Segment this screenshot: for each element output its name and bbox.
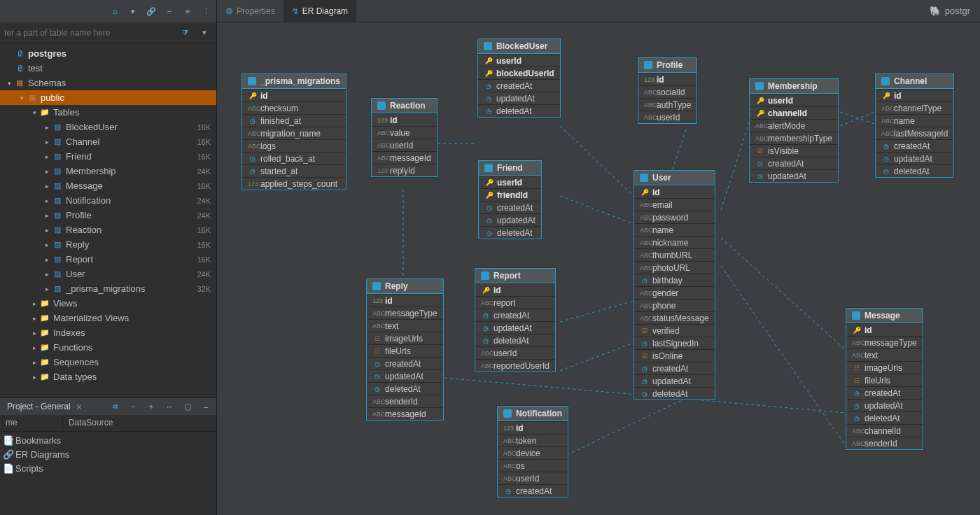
column-row[interactable]: ◷createdAt — [634, 362, 715, 374]
proj-link-icon[interactable]: ↔ — [162, 399, 177, 414]
column-row[interactable]: ☑isVisible — [750, 144, 838, 157]
column-row[interactable]: ABCmembershipType — [750, 132, 838, 144]
tree-row-blockeduser[interactable]: ▸▥BlockedUser16K — [0, 120, 216, 134]
proj-refresh-icon[interactable]: ✲ — [107, 399, 122, 414]
entity-_prisma_migrations[interactable]: _prisma_migrations🔑idABCchecksum◷finishe… — [241, 73, 346, 190]
entity-friend[interactable]: Friend🔑userId🔑friendId◷createdAt◷updated… — [478, 160, 542, 239]
column-row[interactable]: ◷deletedAt — [367, 382, 443, 395]
entity-message[interactable]: Message🔑idABCmessageTypeABCtext☷imageUrl… — [846, 308, 923, 450]
column-row[interactable]: 123id — [638, 73, 696, 85]
column-row[interactable]: ABCuserId — [475, 346, 555, 359]
tree-arrow-icon[interactable]: ▸ — [42, 168, 52, 175]
entity-header[interactable]: Notification — [498, 407, 568, 421]
column-row[interactable]: ABCpassword — [634, 211, 715, 223]
column-row[interactable]: ABCchannelId — [846, 424, 923, 437]
column-row[interactable]: ABCuserId — [638, 111, 696, 123]
column-row[interactable]: 123id — [372, 113, 437, 126]
entity-membership[interactable]: Membership🔑userId🔑channelIdABCalertModeA… — [749, 78, 839, 183]
tree-row-public[interactable]: ▾▦public — [0, 90, 216, 105]
column-row[interactable]: ABCthumbURL — [634, 248, 715, 261]
entity-header[interactable]: Friend — [479, 161, 541, 176]
expand-icon[interactable]: ≡ — [180, 3, 195, 19]
column-row[interactable]: ◷createdAt — [478, 79, 560, 92]
column-row[interactable]: ABCmessageType — [367, 306, 443, 319]
entity-reply[interactable]: Reply123idABCmessageTypeABCtext☷imageUrl… — [366, 278, 444, 421]
column-row[interactable]: ☷imageUrls — [367, 332, 443, 344]
new-connection-icon[interactable]: ⌂ — [107, 3, 122, 19]
project-tab-close-icon[interactable]: ⨯ — [76, 402, 83, 411]
column-row[interactable]: ABCalertMode — [750, 119, 838, 132]
column-row[interactable]: ◷started_at — [242, 164, 346, 177]
column-row[interactable]: ☑isOnline — [634, 349, 715, 362]
column-row[interactable]: ◷updatedAt — [846, 399, 923, 411]
entity-header[interactable]: BlockedUser — [478, 39, 560, 54]
column-row[interactable]: ◷rolled_back_at — [242, 152, 346, 164]
entity-header[interactable]: Reaction — [372, 99, 437, 113]
tree-arrow-icon[interactable]: ▸ — [42, 212, 52, 219]
tree-row-schemas[interactable]: ▾▦Schemas — [0, 76, 216, 90]
entity-profile[interactable]: Profile123idABCsocialIdABCauthTypeABCuse… — [638, 57, 697, 124]
tree-row-message[interactable]: ▸▥Message16K — [0, 178, 216, 193]
tree-row-profile[interactable]: ▸▥Profile24K — [0, 208, 216, 223]
entity-channel[interactable]: Channel🔑idABCchannelTypeABCnameABClastMe… — [875, 73, 954, 178]
column-row[interactable]: ABCemail — [634, 198, 715, 211]
column-row[interactable]: ABCauthType — [638, 98, 696, 111]
tree-row-views[interactable]: ▸📁Views — [0, 296, 216, 311]
column-row[interactable]: 🔑userId — [750, 94, 838, 106]
entity-header[interactable]: Report — [475, 269, 555, 283]
link-icon[interactable]: 🔗 — [144, 3, 159, 19]
column-row[interactable]: ◷deletedAt — [475, 334, 555, 346]
filter-funnel-icon[interactable]: ⧩ — [177, 25, 192, 41]
tree-arrow-icon[interactable]: ▾ — [17, 94, 27, 101]
tree-row-indexes[interactable]: ▸📁Indexes — [0, 325, 216, 340]
column-row[interactable]: ABCmessageId — [372, 151, 437, 164]
tree-arrow-icon[interactable]: ▸ — [42, 227, 52, 234]
column-row[interactable]: ABCmigration_name — [242, 127, 346, 139]
tab-er-diagram[interactable]: ↯ER Diagram — [284, 0, 356, 22]
column-row[interactable]: ◷createdAt — [367, 357, 443, 369]
column-row[interactable]: ABCtext — [846, 348, 923, 361]
column-row[interactable]: 🔑id — [846, 323, 923, 336]
entity-reaction[interactable]: Reaction123idABCvalueABCuserIdABCmessage… — [371, 98, 438, 177]
column-row[interactable]: ◷createdAt — [479, 201, 541, 213]
column-row[interactable]: ◷deletedAt — [479, 226, 541, 239]
dropdown-icon[interactable]: ▾ — [125, 3, 141, 19]
column-row[interactable]: ◷updatedAt — [479, 213, 541, 226]
column-row[interactable]: ☷imageUrls — [846, 361, 923, 374]
column-row[interactable]: 🔑userId — [479, 176, 541, 188]
tree-row-membership[interactable]: ▸▥Membership24K — [0, 164, 216, 178]
column-row[interactable]: 🔑blockedUserId — [478, 66, 560, 79]
column-row[interactable]: ABCname — [876, 114, 953, 127]
column-row[interactable]: ABCreport — [475, 296, 555, 309]
entity-header[interactable]: Channel — [876, 74, 953, 89]
column-row[interactable]: ABCtext — [367, 319, 443, 332]
tree-arrow-icon[interactable]: ▸ — [29, 315, 39, 322]
entity-header[interactable]: Profile — [638, 58, 696, 73]
column-row[interactable]: ◷updatedAt — [478, 92, 560, 104]
column-row[interactable]: ABCtoken — [498, 434, 568, 446]
entity-report[interactable]: Report🔑idABCreport◷createdAt◷updatedAt◷d… — [475, 268, 556, 372]
column-row[interactable]: ABCphotoURL — [634, 261, 715, 274]
proj-win-icon[interactable]: ▢ — [180, 399, 195, 414]
tree-arrow-icon[interactable]: ▸ — [29, 300, 39, 307]
column-row[interactable]: ◷updatedAt — [750, 169, 838, 182]
tree-arrow-icon[interactable]: ▸ — [42, 285, 52, 292]
column-row[interactable]: ◷deletedAt — [876, 164, 953, 177]
column-row[interactable]: 🔑userId — [478, 54, 560, 66]
column-row[interactable]: ABCuserId — [372, 139, 437, 151]
tree-arrow-icon[interactable]: ▸ — [42, 124, 52, 131]
column-row[interactable]: ABCos — [498, 459, 568, 472]
column-row[interactable]: ◷updatedAt — [475, 321, 555, 334]
tree-arrow-icon[interactable]: ▸ — [42, 153, 52, 160]
tree-row-_prisma_migrations[interactable]: ▸▥_prisma_migrations32K — [0, 281, 216, 296]
column-row[interactable]: ◷deletedAt — [846, 411, 923, 424]
tab-properties[interactable]: ⚙Properties — [217, 0, 284, 22]
project-item-scripts[interactable]: 📄Scripts — [0, 461, 216, 475]
column-row[interactable]: 🔑id — [475, 283, 555, 296]
column-row[interactable]: ABCchecksum — [242, 101, 346, 114]
filter-input[interactable] — [4, 28, 173, 38]
column-row[interactable]: ◷updatedAt — [876, 152, 953, 164]
tree-row-functions[interactable]: ▸📁Functions — [0, 340, 216, 355]
tree-arrow-icon[interactable]: ▸ — [42, 197, 52, 204]
entity-header[interactable]: Membership — [750, 79, 838, 94]
